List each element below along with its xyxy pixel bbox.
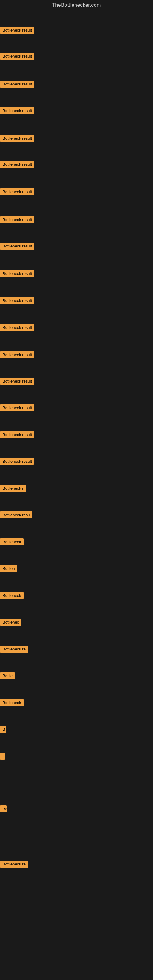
bottleneck-result-item: Bottle [0,672,15,681]
bottleneck-badge: Bottleneck [0,592,24,599]
bottleneck-result-item: Bottleneck resu [0,511,32,520]
bottleneck-badge: Bottleneck result [0,458,33,465]
bottleneck-result-item: Bottleneck result [0,458,33,466]
bottleneck-badge: Bottleneck re [0,861,28,868]
bottleneck-badge: Bottleneck result [0,351,34,358]
bottleneck-result-item: Bottleneck re [0,646,28,654]
bottleneck-result-item: Bottlenec [0,619,21,627]
bottleneck-result-item: Bottleneck result [0,351,34,360]
bottleneck-result-item: Bottleneck result [0,431,34,439]
bottleneck-badge: Bottleneck result [0,27,34,34]
bottleneck-result-item: Bottleneck result [0,404,34,412]
bottleneck-result-item: Bottleneck r [0,485,26,493]
bottleneck-result-item: Bottleneck result [0,52,34,61]
bottleneck-badge: Bottleneck result [0,378,34,385]
bottleneck-badge: | [0,753,5,760]
bottleneck-result-item: Bottleneck result [0,27,34,35]
site-title: TheBottlenecker.com [0,0,153,9]
bottleneck-result-item: Bottleneck result [0,297,34,305]
bottleneck-badge: Bottleneck result [0,431,34,438]
bottleneck-badge: Bottleneck result [0,81,34,88]
bottleneck-result-item: Bottleneck result [0,135,34,143]
bottleneck-result-item: Bottleneck result [0,81,34,89]
bottleneck-badge: Bottleneck result [0,243,34,250]
bottleneck-result-item: Bottleneck result [0,216,34,224]
bottleneck-result-item: Bottleneck [0,538,24,547]
bottleneck-badge: Bottleneck result [0,216,34,223]
bottleneck-result-item: Bottleneck result [0,243,34,251]
bottleneck-result-item: Bottleneck [0,592,24,600]
bottleneck-badge: Bottleneck [0,699,24,706]
bottleneck-result-item: Bottleneck result [0,378,34,386]
bottleneck-result-item: | [0,753,5,761]
bottleneck-badge: Bottleneck result [0,135,34,142]
bottleneck-result-item: Bottlen [0,565,17,573]
bottleneck-badge: Bottleneck result [0,161,34,168]
bottleneck-badge: Bottleneck result [0,52,34,60]
bottleneck-badge: Bottleneck result [0,404,34,411]
bottleneck-result-item: Bottleneck result [0,324,34,332]
bottleneck-result-item: Bottleneck result [0,188,34,197]
bottleneck-badge: Bottleneck result [0,270,34,277]
bottleneck-badge: Bottle [0,672,15,679]
bottleneck-badge: Bottleneck result [0,297,34,304]
bottleneck-result-item: Bottleneck result [0,270,34,278]
bottleneck-badge: Bottleneck r [0,485,26,492]
bottleneck-badge: Bottlen [0,565,17,572]
bottleneck-badge: Bottleneck re [0,646,28,652]
bottleneck-result-item: Bottleneck result [0,107,34,115]
bottleneck-result-item: B [0,726,6,734]
bottleneck-badge: Bottleneck result [0,188,34,196]
bottleneck-result-item: Bo [0,805,7,814]
bottleneck-badge: Bottleneck result [0,324,34,331]
bottleneck-badge: Bottleneck result [0,107,34,114]
bottleneck-result-item: Bottleneck re [0,861,28,869]
bottleneck-result-item: Bottleneck result [0,161,34,169]
bottleneck-result-item: Bottleneck [0,699,24,708]
bottleneck-badge: Bo [0,805,7,813]
bottleneck-badge: B [0,726,6,733]
bottleneck-badge: Bottleneck [0,538,24,546]
bottleneck-badge: Bottlenec [0,619,21,626]
bottleneck-badge: Bottleneck resu [0,511,32,519]
